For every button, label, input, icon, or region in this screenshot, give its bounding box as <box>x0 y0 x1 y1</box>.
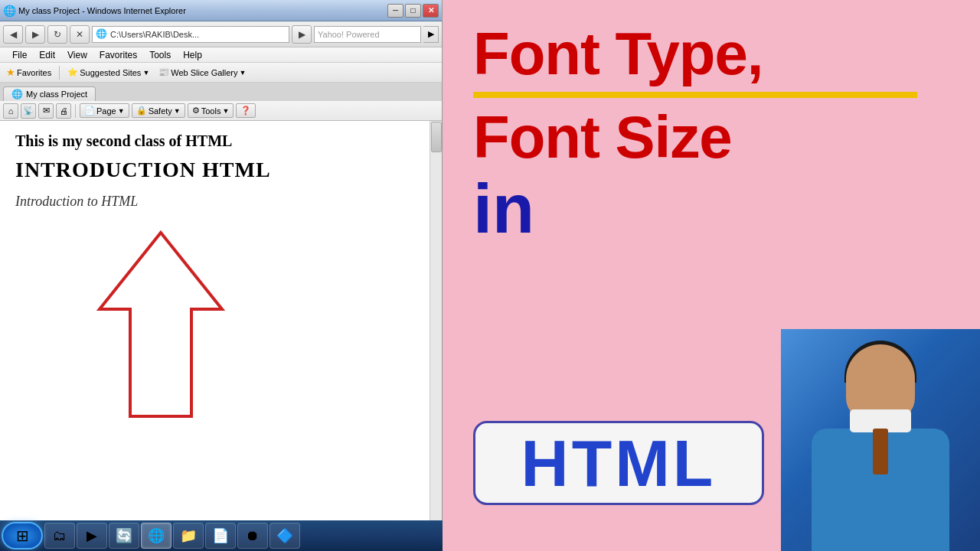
browser-icon: 🌐 <box>3 5 15 17</box>
active-tab[interactable]: 🌐 My class Project <box>3 86 96 101</box>
taskbar-explorer-button[interactable]: 📁 <box>173 523 204 549</box>
taskbar-media-button[interactable]: ▶ <box>77 523 107 549</box>
favorites-button[interactable]: ★ Favorites <box>3 65 54 80</box>
address-icon: 🌐 <box>96 28 108 41</box>
window-title: My class Project - Windows Internet Expl… <box>18 6 387 15</box>
menu-file[interactable]: File <box>6 47 33 62</box>
refresh-button[interactable]: ↻ <box>47 25 67 44</box>
feeds-button[interactable]: 📡 <box>21 103 36 119</box>
search-input[interactable]: Yahoo! Powered <box>314 26 421 43</box>
taskbar-ie-button[interactable]: 🌐 <box>141 523 172 549</box>
right-panel: Font Type, Font Size in HTML <box>443 0 980 551</box>
safety-icon: 🔒 <box>136 106 147 116</box>
page-arrow: ▼ <box>118 107 125 115</box>
minimize-button[interactable]: ─ <box>387 4 403 18</box>
safety-label: Safety <box>149 106 172 116</box>
menu-favorites[interactable]: Favorites <box>93 47 143 62</box>
search-placeholder: Yahoo! Powered <box>318 30 380 39</box>
content-heading1: This is my second class of HTML <box>15 132 426 150</box>
address-go-button[interactable]: ▶ <box>292 25 312 44</box>
read-mail-button[interactable]: ✉ <box>38 103 54 119</box>
help-button[interactable]: ❓ <box>236 103 256 118</box>
menu-bar: File Edit View Favorites Tools Help <box>0 47 442 63</box>
right-title-line2: Font Size <box>473 107 732 167</box>
content-italic: Introduction to HTML <box>15 194 426 210</box>
browser-window: 🌐 My class Project - Windows Internet Ex… <box>0 0 443 551</box>
taskbar-diamond-button[interactable]: 🔷 <box>270 523 300 549</box>
suggested-sites-button[interactable]: ⭐ Suggested Sites ▼ <box>64 66 152 79</box>
title-bar: 🌐 My class Project - Windows Internet Ex… <box>0 0 442 21</box>
menu-view[interactable]: View <box>61 47 93 62</box>
stop-button[interactable]: ✕ <box>70 25 90 44</box>
web-slice-icon: 📰 <box>158 67 169 77</box>
browser-content: This is my second class of HTML INTRODUC… <box>0 121 442 534</box>
window-controls: ─ □ ✕ <box>387 4 439 18</box>
taskbar-document-button[interactable]: 📄 <box>205 523 236 549</box>
safety-arrow: ▼ <box>174 107 181 115</box>
taskbar-recycle-button[interactable]: 🔄 <box>109 523 139 549</box>
tab-bar: 🌐 My class Project <box>0 83 442 101</box>
person-tie <box>873 429 888 474</box>
maximize-button[interactable]: □ <box>405 4 421 18</box>
scroll-thumb[interactable] <box>431 122 442 152</box>
page-button[interactable]: 📄 Page ▼ <box>80 103 129 118</box>
tools-icon: ⚙ <box>192 106 200 116</box>
html-box-text: HTML <box>521 425 717 501</box>
web-slice-gallery-button[interactable]: 📰 Web Slice Gallery ▼ <box>155 66 249 79</box>
yellow-divider <box>473 92 917 98</box>
nav-bar: ◀ ▶ ↻ ✕ 🌐 C:\Users\RAKIB\Desk... ▶ Yahoo… <box>0 21 442 47</box>
forward-button[interactable]: ▶ <box>25 25 45 44</box>
tools-button[interactable]: ⚙ Tools ▼ <box>188 103 234 118</box>
html-box: HTML <box>473 421 764 505</box>
tools-label: Tools <box>201 106 221 116</box>
right-in-text: in <box>473 174 534 243</box>
star-icon: ★ <box>6 67 15 78</box>
favorites-bar: ★ Favorites ⭐ Suggested Sites ▼ 📰 Web Sl… <box>0 63 442 83</box>
person-photo <box>781 329 980 551</box>
print-button[interactable]: 🖨 <box>56 103 71 119</box>
safety-button[interactable]: 🔒 Safety ▼ <box>132 103 185 118</box>
tab-title: My class Project <box>26 90 87 99</box>
web-slice-label: Web Slice Gallery <box>171 68 237 77</box>
web-slice-arrow: ▼ <box>240 69 247 77</box>
right-title-line1: Font Type, <box>473 23 763 86</box>
close-button[interactable]: ✕ <box>423 4 439 18</box>
taskbar-record-button[interactable]: ⏺ <box>237 523 268 549</box>
fav-separator-1 <box>59 66 60 80</box>
tab-icon: 🌐 <box>11 89 23 99</box>
start-button[interactable]: ⊞ <box>2 522 43 549</box>
content-heading2: INTRODUCTION HTML <box>15 158 426 182</box>
back-button[interactable]: ◀ <box>3 25 23 44</box>
taskbar-folder-button[interactable]: 🗂 <box>44 523 75 549</box>
suggested-sites-label: Suggested Sites <box>80 68 141 77</box>
address-text: C:\Users\RAKIB\Desk... <box>110 30 199 39</box>
page-icon: 📄 <box>84 106 95 116</box>
page-label: Page <box>96 106 116 116</box>
suggested-sites-icon: ⭐ <box>67 67 78 77</box>
scrollbar[interactable] <box>430 121 442 534</box>
taskbar: ⊞ 🗂 ▶ 🔄 🌐 📁 📄 ⏺ 🔷 <box>0 520 443 551</box>
page-toolbar: ⌂ 📡 ✉ 🖨 📄 Page ▼ 🔒 Safety ▼ ⚙ Tools ▼ ❓ <box>0 101 442 121</box>
favorites-label: Favorites <box>17 68 51 77</box>
menu-help[interactable]: Help <box>177 47 208 62</box>
toolbar-separator-1 <box>75 104 76 118</box>
menu-tools[interactable]: Tools <box>143 47 177 62</box>
search-go-button[interactable]: ▶ <box>423 26 439 43</box>
home-button[interactable]: ⌂ <box>3 103 18 119</box>
address-bar[interactable]: 🌐 C:\Users\RAKIB\Desk... <box>92 26 289 43</box>
svg-marker-0 <box>100 233 222 416</box>
menu-edit[interactable]: Edit <box>33 47 61 62</box>
arrow-graphic <box>92 225 230 424</box>
tools-arrow: ▼ <box>222 107 229 115</box>
help-icon: ❓ <box>240 106 251 116</box>
suggested-sites-arrow: ▼ <box>142 69 149 77</box>
